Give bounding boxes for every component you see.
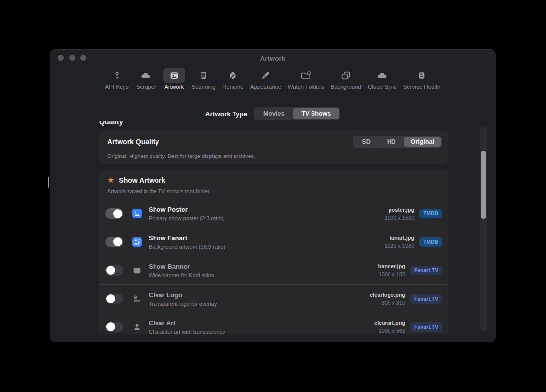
preferences-window: Artwork API Keys Scraper Artwork — [50, 49, 496, 342]
row-subtitle: Background artwork (16:9 ratio) — [149, 244, 385, 250]
card-subtitle: Artwork saved in the TV show's root fold… — [99, 188, 448, 194]
source-badge: Fanart.TV — [410, 322, 442, 332]
file-dimensions: 1000 x 185 — [378, 271, 405, 277]
artwork-row-list: Show Poster Primary show poster (2:3 rat… — [99, 199, 448, 334]
health-card-icon — [411, 68, 433, 83]
file-dimensions: 1000 x 1500 — [385, 215, 415, 221]
cloud-icon — [135, 68, 157, 83]
source-badge: TMDB — [419, 209, 442, 218]
photo-icon — [132, 209, 142, 219]
row-title: Clear Art — [149, 319, 374, 327]
scrollbar-thumb[interactable] — [481, 151, 486, 219]
tab-cloud-sync[interactable]: Cloud Sync — [368, 68, 397, 90]
zoom-button[interactable] — [80, 55, 86, 61]
tab-label: Rename — [222, 84, 243, 90]
file-dimensions: 1920 x 1080 — [385, 243, 415, 249]
file-name: fanart.jpg — [385, 235, 415, 241]
edge-highlight-sliver — [48, 177, 49, 188]
tab-artwork[interactable]: Artwork — [163, 68, 185, 90]
tab-label: API Keys — [105, 84, 128, 90]
star-icon: ★ — [107, 176, 114, 184]
key-icon — [106, 68, 128, 83]
tab-label: Cloud Sync — [368, 84, 397, 90]
tab-label: Scraper — [136, 84, 156, 90]
pencil-circle-icon — [222, 68, 244, 83]
source-badge: TMDB — [419, 237, 442, 247]
toolbar: API Keys Scraper Artwork Scanning — [50, 68, 496, 90]
folder-gear-icon — [295, 68, 317, 83]
tab-service-health[interactable]: Service Health — [403, 68, 441, 90]
artwork-quality-card: Artwork Quality SD HD Original Original:… — [99, 130, 448, 164]
section-header-quality: Quality — [99, 121, 123, 126]
tab-label: Service Health — [403, 84, 441, 90]
segment-tv-shows[interactable]: TV Shows — [293, 108, 339, 119]
paintbrush-icon — [255, 68, 277, 83]
document-search-icon — [193, 68, 215, 83]
tab-watch-folders[interactable]: Watch Folders — [288, 68, 324, 90]
row-clear-logo: Clear Logo Transparent logo for overlay … — [99, 284, 448, 313]
show-artwork-card: ★ Show Artwork Artwork saved in the TV s… — [99, 170, 448, 334]
scrollbar-track[interactable] — [480, 127, 487, 331]
row-subtitle: Wide banner for Kodi skins — [149, 272, 378, 278]
tab-rename[interactable]: Rename — [222, 68, 244, 90]
toggle-show-fanart[interactable] — [105, 237, 123, 247]
file-dimensions: 800 x 310 — [370, 300, 405, 306]
artwork-photo-icon — [163, 68, 185, 83]
minimize-button[interactable] — [69, 55, 75, 61]
settings-scroll-area[interactable]: Quality Artwork Quality SD HD Original O… — [50, 121, 496, 334]
row-show-poster: Show Poster Primary show poster (2:3 rat… — [99, 199, 448, 228]
row-subtitle: Character art with transparency — [149, 329, 374, 335]
file-name: clearlogo.png — [370, 292, 405, 298]
tab-label: Watch Folders — [288, 84, 324, 90]
source-badge: Fanart.TV — [410, 266, 442, 275]
tab-scanning[interactable]: Scanning — [192, 68, 216, 90]
titlebar: Artwork — [50, 49, 496, 67]
tab-label: Appearance — [250, 84, 281, 90]
toggle-show-poster[interactable] — [105, 208, 123, 219]
tab-background[interactable]: Background — [331, 68, 361, 90]
toggle-clear-logo[interactable] — [105, 294, 123, 304]
quality-description: Original: Highest quality. Best for larg… — [99, 148, 448, 159]
row-show-fanart: Show Fanart Background artwork (16:9 rat… — [99, 228, 448, 256]
card-title: Show Artwork — [119, 176, 165, 184]
segment-sd[interactable]: SD — [354, 137, 378, 147]
segment-movies[interactable]: Movies — [255, 108, 293, 119]
logo-icon — [132, 294, 142, 304]
tab-label: Artwork — [164, 84, 184, 90]
row-title: Show Banner — [149, 263, 378, 270]
window-title: Artwork — [260, 55, 286, 62]
row-title: Show Poster — [149, 206, 385, 213]
segment-hd[interactable]: HD — [379, 137, 404, 147]
toggle-show-banner[interactable] — [105, 265, 123, 276]
desktop: Artwork API Keys Scraper Artwork — [0, 0, 546, 392]
tab-scraper[interactable]: Scraper — [135, 68, 157, 90]
artwork-type-label: Artwork Type — [205, 110, 247, 118]
toggle-thumb — [106, 294, 115, 303]
file-dimensions: 1000 x 562 — [374, 328, 405, 334]
row-clear-art: Clear Art Character art with transparenc… — [99, 313, 448, 334]
traffic-lights — [58, 55, 86, 61]
row-subtitle: Primary show poster (2:3 ratio) — [149, 215, 385, 221]
close-button[interactable] — [58, 55, 64, 61]
toggle-clear-art[interactable] — [105, 322, 123, 332]
row-title: Show Fanart — [149, 235, 385, 242]
banner-icon — [132, 265, 142, 275]
tab-label: Scanning — [192, 84, 216, 90]
cloud-icon — [371, 68, 393, 83]
file-name: poster.jpg — [385, 207, 415, 213]
layers-icon — [335, 68, 357, 83]
quality-segmented-control: SD HD Original — [353, 136, 442, 148]
source-badge: Fanart.TV — [410, 294, 442, 304]
toggle-thumb — [106, 266, 115, 275]
artwork-type-row: Artwork Type Movies TV Shows — [50, 107, 496, 121]
tab-appearance[interactable]: Appearance — [250, 68, 281, 90]
file-name: clearart.png — [374, 320, 405, 326]
card-title: Artwork Quality — [107, 138, 159, 146]
tab-label: Background — [331, 84, 361, 90]
toggle-thumb — [106, 322, 115, 331]
photo-stack-icon — [132, 237, 142, 247]
artwork-type-segmented-control: Movies TV Shows — [254, 107, 340, 120]
tab-api-keys[interactable]: API Keys — [105, 68, 128, 90]
segment-original[interactable]: Original — [404, 137, 441, 147]
row-show-banner: Show Banner Wide banner for Kodi skins b… — [99, 256, 448, 284]
